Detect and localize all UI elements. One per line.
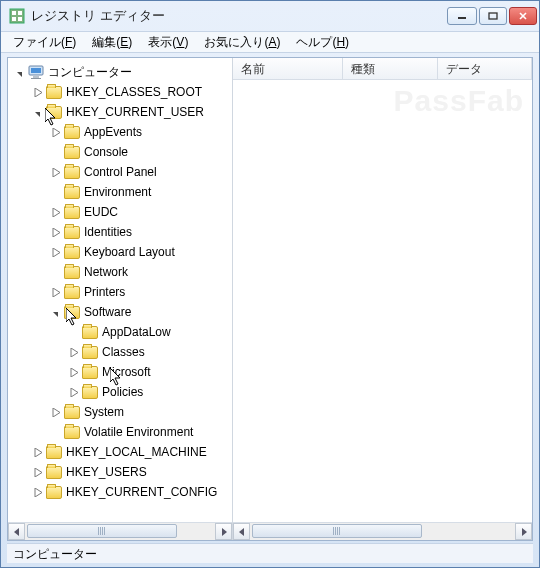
expand-icon[interactable] [68, 386, 80, 398]
tree-node[interactable]: Policies [10, 382, 232, 402]
tree-node[interactable]: Identities [10, 222, 232, 242]
tree-node[interactable]: System [10, 402, 232, 422]
tree-node[interactable]: AppDataLow [10, 322, 232, 342]
tree-node-label: HKEY_LOCAL_MACHINE [66, 442, 207, 462]
expand-icon[interactable] [50, 166, 62, 178]
collapse-icon[interactable] [50, 306, 62, 318]
tree-node[interactable]: HKEY_LOCAL_MACHINE [10, 442, 232, 462]
tree-node[interactable]: HKEY_CURRENT_CONFIG [10, 482, 232, 502]
client-area: コンピューターHKEY_CLASSES_ROOTHKEY_CURRENT_USE… [7, 57, 533, 541]
svg-marker-20 [53, 208, 60, 217]
folder-icon [64, 426, 80, 439]
scroll-right-button[interactable] [515, 523, 532, 540]
svg-marker-21 [53, 228, 60, 237]
column-data[interactable]: データ [438, 58, 532, 79]
expand-icon[interactable] [68, 346, 80, 358]
svg-rect-3 [12, 17, 16, 21]
tree-node-label: Microsoft [102, 362, 151, 382]
list-pane: 名前 種類 データ PassFab [233, 58, 532, 540]
svg-marker-38 [522, 528, 527, 536]
expand-icon[interactable] [32, 486, 44, 498]
column-type[interactable]: 種類 [343, 58, 438, 79]
scroll-thumb[interactable] [27, 524, 177, 538]
tree-node-label: HKEY_USERS [66, 462, 147, 482]
tree-node[interactable]: Keyboard Layout [10, 242, 232, 262]
list-header: 名前 種類 データ [233, 58, 532, 80]
titlebar[interactable]: レジストリ エディター [1, 1, 539, 31]
list-hscrollbar[interactable] [233, 522, 532, 540]
expand-icon[interactable] [32, 86, 44, 98]
menu-help[interactable]: ヘルプ(H) [288, 32, 357, 53]
registry-tree[interactable]: コンピューターHKEY_CLASSES_ROOTHKEY_CURRENT_USE… [8, 58, 232, 522]
expand-icon[interactable] [68, 366, 80, 378]
tree-node[interactable]: Microsoft [10, 362, 232, 382]
scroll-track[interactable] [25, 523, 215, 540]
tree-node[interactable]: Control Panel [10, 162, 232, 182]
expand-icon[interactable] [50, 246, 62, 258]
tree-node-label: Network [84, 262, 128, 282]
svg-marker-9 [17, 72, 22, 77]
scroll-right-button[interactable] [215, 523, 232, 540]
folder-icon [64, 146, 80, 159]
svg-rect-6 [489, 13, 497, 19]
svg-marker-28 [71, 368, 78, 377]
svg-rect-11 [31, 68, 41, 73]
svg-marker-37 [239, 528, 244, 536]
menu-file[interactable]: ファイル(F) [5, 32, 84, 53]
svg-rect-12 [33, 76, 39, 78]
tree-hscrollbar[interactable] [8, 522, 232, 540]
tree-node[interactable]: HKEY_CLASSES_ROOT [10, 82, 232, 102]
scroll-left-button[interactable] [8, 523, 25, 540]
maximize-button[interactable] [479, 7, 507, 25]
tree-node[interactable]: EUDC [10, 202, 232, 222]
tree-node[interactable]: Volatile Environment [10, 422, 232, 442]
scroll-thumb[interactable] [252, 524, 422, 538]
tree-node-label: コンピューター [48, 62, 132, 82]
tree-node[interactable]: Printers [10, 282, 232, 302]
expand-icon[interactable] [50, 406, 62, 418]
expand-icon[interactable] [50, 226, 62, 238]
tree-node[interactable]: Classes [10, 342, 232, 362]
tree-node-label: Identities [84, 222, 132, 242]
scroll-left-button[interactable] [233, 523, 250, 540]
expand-icon[interactable] [50, 126, 62, 138]
expand-icon[interactable] [50, 206, 62, 218]
tree-node[interactable]: Console [10, 142, 232, 162]
scroll-track[interactable] [250, 523, 515, 540]
column-name[interactable]: 名前 [233, 58, 343, 79]
collapse-icon[interactable] [32, 106, 44, 118]
expand-icon[interactable] [32, 446, 44, 458]
tree-node[interactable]: Network [10, 262, 232, 282]
minimize-button[interactable] [447, 7, 477, 25]
collapse-icon[interactable] [14, 66, 26, 78]
svg-marker-29 [71, 388, 78, 397]
expand-icon[interactable] [50, 286, 62, 298]
tree-node[interactable]: HKEY_CURRENT_USER [10, 102, 232, 122]
list-body[interactable]: PassFab [233, 80, 532, 522]
tree-node[interactable]: AppEvents [10, 122, 232, 142]
tree-node-label: EUDC [84, 202, 118, 222]
menu-edit[interactable]: 編集(E) [84, 32, 140, 53]
folder-icon [64, 186, 80, 199]
folder-icon [46, 106, 62, 119]
tree-node[interactable]: コンピューター [10, 62, 232, 82]
menu-favorites[interactable]: お気に入り(A) [196, 32, 288, 53]
statusbar: コンピューター [7, 543, 533, 563]
tree-node-label: Classes [102, 342, 145, 362]
menubar: ファイル(F) 編集(E) 表示(V) お気に入り(A) ヘルプ(H) [1, 31, 539, 53]
tree-node-label: HKEY_CURRENT_CONFIG [66, 482, 217, 502]
svg-marker-15 [35, 112, 40, 117]
folder-icon [82, 346, 98, 359]
tree-pane: コンピューターHKEY_CLASSES_ROOTHKEY_CURRENT_USE… [8, 58, 233, 540]
close-button[interactable] [509, 7, 537, 25]
tree-node-label: Control Panel [84, 162, 157, 182]
tree-node[interactable]: Software [10, 302, 232, 322]
tree-node-label: Volatile Environment [84, 422, 193, 442]
menu-view[interactable]: 表示(V) [140, 32, 196, 53]
expand-icon[interactable] [32, 466, 44, 478]
svg-marker-34 [35, 488, 42, 497]
tree-node[interactable]: HKEY_USERS [10, 462, 232, 482]
tree-node[interactable]: Environment [10, 182, 232, 202]
folder-icon [64, 206, 80, 219]
folder-icon [64, 306, 80, 319]
